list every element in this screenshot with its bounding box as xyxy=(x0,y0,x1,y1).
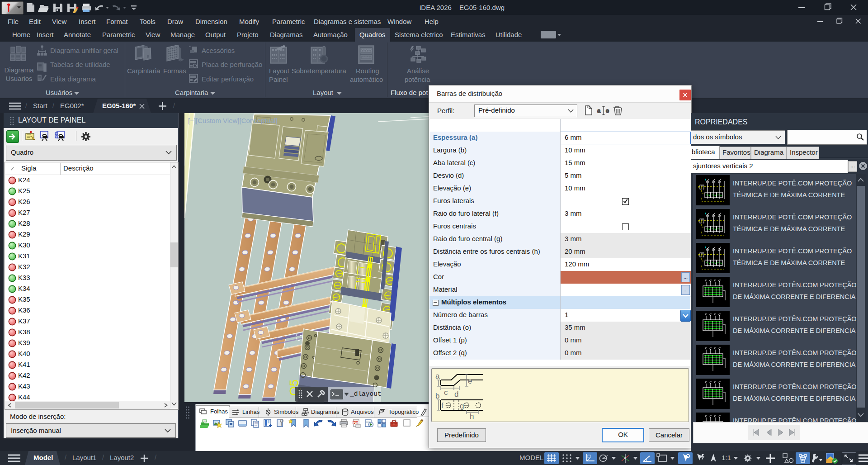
svg-text:e: e xyxy=(468,377,472,385)
svg-text:h: h xyxy=(470,412,474,421)
svg-text:c: c xyxy=(444,388,448,397)
svg-text:d: d xyxy=(454,390,458,399)
svg-text:e: e xyxy=(606,107,609,114)
svg-text:f: f xyxy=(441,401,443,410)
svg-text:a: a xyxy=(597,107,601,114)
svg-text:g: g xyxy=(460,402,464,410)
svg-text:PDF: PDF xyxy=(353,421,359,424)
svg-text:a: a xyxy=(435,372,440,380)
svg-text:b: b xyxy=(435,392,439,400)
